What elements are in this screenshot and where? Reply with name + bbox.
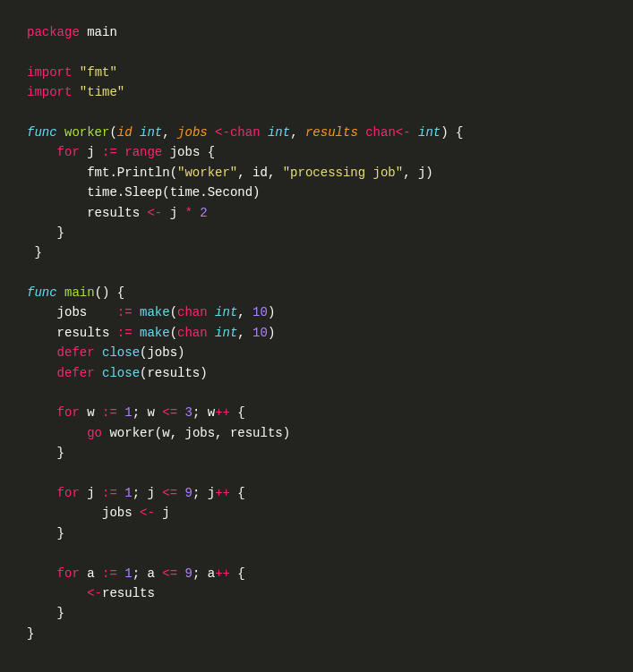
dot: . xyxy=(109,166,116,180)
assign-op: := xyxy=(102,486,117,500)
var-results: results xyxy=(87,206,140,220)
comma: , xyxy=(215,426,230,440)
lte-op: <= xyxy=(162,566,177,581)
builtin-close: close xyxy=(102,366,140,380)
brace-open: { xyxy=(237,566,244,581)
for-keyword: for xyxy=(57,405,80,420)
chan-keyword: chan xyxy=(230,125,261,140)
var-results: results xyxy=(230,426,283,440)
paren-open: ( xyxy=(170,166,177,180)
type-int: int xyxy=(215,326,237,340)
paren-close: ) xyxy=(268,326,275,340)
fn-println: Println xyxy=(117,166,170,180)
semicolon: ; xyxy=(192,405,200,420)
defer-keyword: defer xyxy=(57,366,95,380)
package-name: main xyxy=(87,25,117,39)
mul-op: * xyxy=(184,206,192,220)
chan-send-op: <- xyxy=(396,125,411,140)
import-path: "time" xyxy=(80,85,124,99)
string-worker: "worker" xyxy=(177,166,237,180)
dot: . xyxy=(117,185,124,200)
param-jobs: jobs xyxy=(177,125,208,140)
brace-close: } xyxy=(57,225,64,240)
brace-open: { xyxy=(237,486,244,500)
brace-open: { xyxy=(237,405,244,420)
brace-close: } xyxy=(57,526,64,540)
var-w: w xyxy=(87,405,94,420)
type-int: int xyxy=(215,305,237,319)
paren-close: ) xyxy=(200,366,207,380)
paren-close: ) xyxy=(252,185,260,200)
number-ten: 10 xyxy=(252,305,268,319)
chan-keyword: chan xyxy=(177,305,208,319)
paren-open: ( xyxy=(170,326,177,340)
package-keyword: package xyxy=(27,25,80,39)
inc-op: ++ xyxy=(215,405,230,420)
paren-open: ( xyxy=(95,285,102,300)
builtin-make: make xyxy=(140,326,170,340)
number-ten: 10 xyxy=(252,326,268,340)
number-three: 3 xyxy=(185,405,192,420)
chan-keyword: chan xyxy=(365,125,396,140)
paren-close: ) xyxy=(283,426,290,440)
semicolon: ; xyxy=(192,566,200,581)
chan-recv-op: <- xyxy=(87,586,102,600)
chan-keyword: chan xyxy=(177,326,208,340)
builtin-make: make xyxy=(140,305,170,319)
lte-op: <= xyxy=(162,486,177,500)
type-int: int xyxy=(140,125,162,140)
brace-close: } xyxy=(57,606,64,620)
pkg-time: time xyxy=(87,185,117,200)
paren-close: ) xyxy=(177,345,184,360)
assign-op: := xyxy=(102,405,117,420)
paren-close: ) xyxy=(268,305,275,319)
fn-sleep: Sleep xyxy=(124,185,162,200)
var-jobs: jobs xyxy=(57,305,88,319)
function-name: main xyxy=(64,285,95,300)
comma: , xyxy=(162,125,177,140)
var-j: j xyxy=(147,486,154,500)
paren-open: ( xyxy=(162,185,169,200)
comma: , xyxy=(237,326,252,340)
paren-close: ) xyxy=(441,125,448,140)
paren-open: ( xyxy=(109,125,116,140)
semicolon: ; xyxy=(133,566,140,581)
chan-send-op: <- xyxy=(140,506,155,520)
pkg-fmt: fmt xyxy=(87,166,109,180)
var-a: a xyxy=(208,566,215,581)
var-jobs: jobs xyxy=(184,426,215,440)
number-nine: 9 xyxy=(185,486,192,500)
var-jobs: jobs xyxy=(102,506,133,520)
brace-close: } xyxy=(34,245,41,259)
comma: , xyxy=(268,166,283,180)
var-j: j xyxy=(87,486,94,500)
paren-close: ) xyxy=(102,285,109,300)
builtin-close: close xyxy=(102,345,140,360)
number-one: 1 xyxy=(124,405,132,420)
assign-op: := xyxy=(117,326,133,340)
chan-send-op: <- xyxy=(147,206,162,220)
function-name: worker xyxy=(64,125,109,140)
var-jobs: jobs xyxy=(170,145,201,159)
for-keyword: for xyxy=(57,566,80,581)
type-int: int xyxy=(268,125,290,140)
go-keyword: go xyxy=(87,426,102,440)
assign-op: := xyxy=(102,145,117,159)
var-jobs: jobs xyxy=(147,345,177,360)
var-results: results xyxy=(57,326,110,340)
pkg-time: time xyxy=(170,185,201,200)
assign-op: := xyxy=(102,566,117,581)
range-keyword: range xyxy=(124,145,162,159)
var-j: j xyxy=(162,506,169,520)
paren-close: ) xyxy=(425,166,432,180)
for-keyword: for xyxy=(57,486,80,500)
import-keyword: import xyxy=(27,85,72,99)
param-results: results xyxy=(305,125,358,140)
semicolon: ; xyxy=(192,486,200,500)
comma: , xyxy=(237,305,252,319)
chan-recv-op: <- xyxy=(215,125,230,140)
func-keyword: func xyxy=(27,125,57,140)
const-second: Second xyxy=(208,185,252,200)
var-results: results xyxy=(147,366,200,380)
var-j: j xyxy=(170,206,177,220)
